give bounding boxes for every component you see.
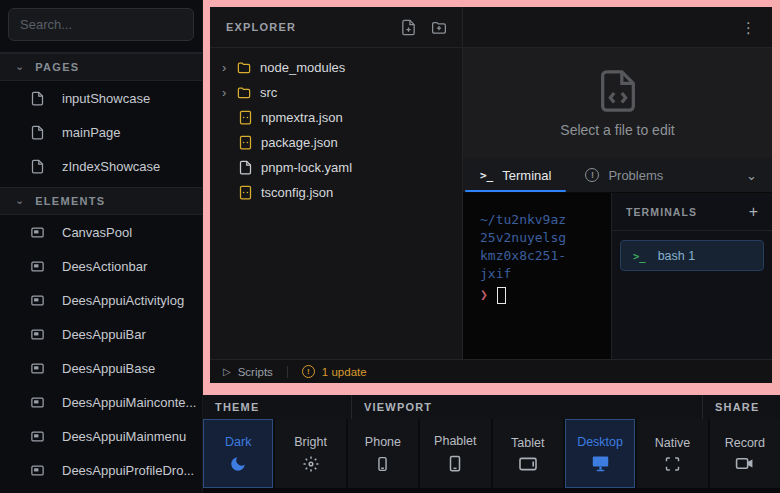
terminal-item-bash1[interactable]: >_ bash 1 — [620, 240, 764, 271]
button-label: Dark — [225, 435, 251, 449]
viewport-phablet-button[interactable]: Phablet — [420, 419, 490, 488]
section-header-pages[interactable]: ⌄ PAGES — [0, 53, 202, 81]
tree-item-label: tsconfig.json — [261, 185, 333, 200]
sidebar-item-label: DeesAppuiMainconte... — [62, 395, 196, 410]
button-label: Record — [725, 436, 765, 450]
terminal-output[interactable]: ~/tu2nkv9az 25v2nuyelsg kmz0x8c251- jxif… — [463, 193, 611, 359]
sidebar-item-deesappuiprofiledropdown[interactable]: DeesAppuiProfileDro... — [0, 453, 202, 487]
phablet-icon — [446, 454, 464, 473]
button-label: Phone — [365, 435, 401, 449]
search-container — [0, 0, 202, 49]
sidebar-item-label: DeesAppuiBar — [62, 327, 146, 342]
viewport-phone-button[interactable]: Phone — [348, 419, 418, 488]
add-terminal-button[interactable]: + — [749, 203, 758, 221]
theme-bright-button[interactable]: Bright — [275, 419, 345, 488]
ide-statusbar: ▷ Scripts ! 1 update — [210, 359, 772, 383]
widget-icon — [30, 361, 45, 376]
collapse-panel-icon[interactable]: ⌄ — [746, 168, 772, 183]
new-file-icon[interactable] — [400, 19, 417, 36]
section-header-elements[interactable]: ⌄ ELEMENTS — [0, 187, 202, 215]
sidebar-item-label: DeesAppuiProfileDro... — [62, 463, 194, 478]
tree-item-label: src — [260, 85, 277, 100]
terminals-title: TERMINALS — [626, 206, 749, 218]
button-label: Desktop — [577, 435, 623, 449]
chevron-right-icon: › — [222, 60, 236, 75]
scripts-label: Scripts — [238, 366, 273, 378]
viewport-native-button[interactable]: Native — [637, 419, 707, 488]
tree-item-label: node_modules — [260, 60, 345, 75]
sidebar-item-label: DeesAppuiActivitylog — [62, 293, 184, 308]
terminal-item-label: bash 1 — [658, 249, 696, 263]
tree-item-npmextra-json[interactable]: npmextra.json — [210, 105, 462, 130]
sidebar-item-zindexshowcase[interactable]: zIndexShowcase — [0, 149, 202, 183]
share-section-label: SHARE — [702, 395, 780, 419]
terminal-zone: ~/tu2nkv9az 25v2nuyelsg kmz0x8c251- jxif… — [463, 193, 772, 359]
folder-icon — [236, 60, 252, 75]
tree-item-pnpm-lock-yaml[interactable]: pnpm-lock.yaml — [210, 155, 462, 180]
sidebar-item-label: inputShowcase — [62, 91, 150, 106]
scripts-button[interactable]: ▷ Scripts — [223, 366, 273, 378]
warning-icon: ! — [302, 365, 315, 378]
sidebar-item-label: DeesAppuiBase — [62, 361, 155, 376]
viewport-section-label: VIEWPORT — [351, 395, 702, 419]
file-code-icon — [595, 68, 641, 114]
viewport-desktop-button[interactable]: Desktop — [565, 419, 635, 488]
sidebar-item-deesappuimaincontent[interactable]: DeesAppuiMainconte... — [0, 385, 202, 419]
widget-icon — [30, 293, 45, 308]
sidebar: ⌄ PAGES inputShowcase mainPage zIndexSho… — [0, 0, 203, 493]
preview-frame: EXPLORER › node_modules › — [203, 0, 780, 395]
search-input[interactable] — [8, 8, 194, 41]
sidebar-item-mainpage[interactable]: mainPage — [0, 115, 202, 149]
theme-dark-button[interactable]: Dark — [203, 419, 273, 488]
terminal-line: kmz0x8c251- — [480, 247, 611, 265]
file-tree: › node_modules › src npmextra.json — [210, 48, 462, 205]
tree-item-src[interactable]: › src — [210, 80, 462, 105]
viewport-tablet-button[interactable]: Tablet — [493, 419, 563, 488]
chevron-right-icon: › — [222, 85, 236, 100]
terminal-icon: >_ — [480, 169, 493, 182]
chevron-down-icon: ⌄ — [15, 194, 24, 207]
native-icon — [664, 456, 681, 472]
sidebar-item-deesactionbar[interactable]: DeesActionbar — [0, 249, 202, 283]
editor-column: ⋮ Select a file to edit >_ Terminal ! — [462, 7, 772, 359]
tree-item-node-modules[interactable]: › node_modules — [210, 55, 462, 80]
sidebar-item-canvaspool[interactable]: CanvasPool — [0, 215, 202, 249]
update-badge[interactable]: ! 1 update — [302, 365, 367, 378]
terminal-line: jxif — [480, 265, 611, 283]
tree-item-tsconfig-json[interactable]: tsconfig.json — [210, 180, 462, 205]
divider — [287, 366, 288, 378]
more-menu-icon[interactable]: ⋮ — [741, 20, 756, 35]
sidebar-item-label: mainPage — [62, 125, 121, 140]
sidebar-item-deesappuiactivitylog[interactable]: DeesAppuiActivitylog — [0, 283, 202, 317]
explorer-title: EXPLORER — [226, 21, 400, 33]
button-label: Native — [655, 436, 690, 450]
tree-item-label: pnpm-lock.yaml — [261, 160, 352, 175]
update-label: 1 update — [322, 366, 367, 378]
sidebar-item-label: CanvasPool — [62, 225, 132, 240]
toolbar-section-headers: THEME VIEWPORT SHARE — [203, 395, 780, 419]
sidebar-item-deesappuimainmenu[interactable]: DeesAppuiMainmenu — [0, 419, 202, 453]
new-folder-icon[interactable] — [430, 19, 448, 36]
sidebar-item-deesappuibase[interactable]: DeesAppuiBase — [0, 351, 202, 385]
terminal-line: 25v2nuyelsg — [480, 229, 611, 247]
terminal-line: ~/tu2nkv9az — [480, 211, 611, 229]
sidebar-item-label: DeesActionbar — [62, 259, 147, 274]
embedded-ide: EXPLORER › node_modules › — [210, 7, 772, 383]
toolbar-buttons: Dark Bright Phone Phablet Tablet Desktop — [203, 419, 780, 488]
file-icon — [238, 160, 253, 175]
tree-item-package-json[interactable]: package.json — [210, 130, 462, 155]
widget-icon — [30, 463, 45, 478]
tab-terminal[interactable]: >_ Terminal — [463, 158, 568, 192]
button-label: Bright — [294, 435, 327, 449]
share-record-button[interactable]: Record — [710, 419, 780, 488]
tree-item-label: package.json — [261, 135, 338, 150]
theme-section-label: THEME — [203, 395, 351, 419]
folder-icon — [236, 85, 252, 100]
tab-problems[interactable]: ! Problems — [568, 158, 680, 192]
explorer-panel: EXPLORER › node_modules › — [210, 7, 462, 359]
terminal-icon: >_ — [633, 250, 646, 262]
page-icon — [30, 125, 45, 140]
json-file-icon — [238, 135, 253, 150]
sidebar-item-deesappuibar[interactable]: DeesAppuiBar — [0, 317, 202, 351]
sidebar-item-inputshowcase[interactable]: inputShowcase — [0, 81, 202, 115]
